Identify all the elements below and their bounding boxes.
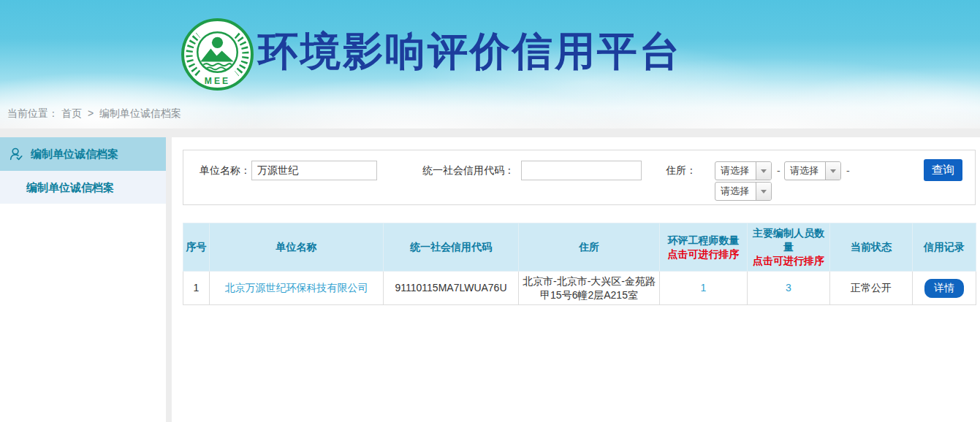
breadcrumb-prefix: 当前位置： [7, 107, 58, 119]
province-dropdown-button[interactable] [756, 162, 771, 180]
breadcrumb: 当前位置：首页 > 编制单位诚信档案 [7, 107, 184, 120]
col-header-index: 序号 [183, 223, 210, 272]
address-dash-2: - [846, 161, 850, 181]
table-header-row: 序号 单位名称 统一社会信用代码 住所 环评工程师数量 点击可进行排序 主要编制… [183, 223, 976, 272]
unit-name-input[interactable] [251, 161, 377, 180]
sidebar-subitem-credit-archive[interactable]: 编制单位诚信档案 [0, 171, 166, 204]
sidebar-item-label: 编制单位诚信档案 [31, 147, 118, 161]
page: MEE 环境影响评价信用平台 当前位置：首页 > 编制单位诚信档案 编制单位诚信… [0, 0, 980, 422]
mee-logo-icon: MEE [181, 18, 254, 91]
address-city-value: 请选择 [785, 162, 825, 180]
cell-address: 北京市-北京市-大兴区-金苑路甲15号6幢2层A215室 [519, 272, 660, 305]
engineer-count-sort-hint[interactable]: 点击可进行排序 [661, 248, 745, 261]
col-header-engineer-count[interactable]: 环评工程师数量 点击可进行排序 [660, 223, 748, 272]
chevron-down-icon [761, 169, 767, 173]
detail-button[interactable]: 详情 [924, 279, 964, 298]
cell-credit-code: 91110115MA7LWUA76U [384, 272, 519, 305]
sidebar: 编制单位诚信档案 编制单位诚信档案 [0, 137, 166, 422]
query-button[interactable]: 查询 [924, 159, 962, 181]
cell-index: 1 [183, 272, 210, 305]
address-district-value: 请选择 [715, 183, 756, 200]
chevron-down-icon [761, 190, 767, 193]
city-dropdown-button[interactable] [825, 162, 840, 180]
staff-count-sort-hint[interactable]: 点击可进行排序 [749, 254, 828, 268]
credit-code-label: 统一社会信用代码： [422, 161, 514, 180]
credit-code-input[interactable] [521, 161, 642, 180]
unit-name-link[interactable]: 北京万源世纪环保科技有限公司 [225, 282, 368, 294]
engineer-count-link[interactable]: 1 [701, 282, 707, 294]
chevron-down-icon [830, 169, 836, 173]
address-province-select[interactable]: 请选择 [715, 161, 772, 180]
cell-status: 正常公开 [830, 272, 913, 305]
district-dropdown-button[interactable] [756, 183, 771, 200]
mee-logo-text: MEE [205, 76, 230, 86]
site-title: 环境影响评价信用平台 [258, 25, 682, 79]
staff-count-link[interactable]: 3 [786, 282, 791, 294]
table-row: 1 北京万源世纪环保科技有限公司 91110115MA7LWUA76U 北京市-… [183, 272, 976, 305]
user-check-icon [8, 146, 24, 162]
col-header-credit-record: 信用记录 [913, 223, 976, 272]
address-label: 住所： [666, 161, 696, 180]
search-panel: 单位名称： 统一社会信用代码： 住所： 请选择 - 请选择 - 请选择 [183, 150, 976, 205]
content-area: 编制单位诚信档案 编制单位诚信档案 单位名称： 统一社会信用代码： 住所： 请选… [0, 128, 980, 422]
breadcrumb-separator: > [88, 107, 94, 119]
unit-name-label: 单位名称： [200, 161, 251, 180]
col-header-staff-count[interactable]: 主要编制人员数量 点击可进行排序 [748, 223, 830, 272]
address-province-value: 请选择 [715, 162, 756, 180]
results-table: 序号 单位名称 统一社会信用代码 住所 环评工程师数量 点击可进行排序 主要编制… [183, 223, 976, 305]
sidebar-item-credit-archive[interactable]: 编制单位诚信档案 [0, 137, 166, 171]
address-district-select[interactable]: 请选择 [715, 182, 772, 201]
col-header-unit-name: 单位名称 [210, 223, 384, 272]
col-header-address: 住所 [519, 223, 660, 272]
main-panel: 单位名称： 统一社会信用代码： 住所： 请选择 - 请选择 - 请选择 [172, 137, 980, 422]
staff-count-title: 主要编制人员数量 [749, 226, 828, 254]
col-header-status: 当前状态 [830, 223, 913, 272]
address-city-select[interactable]: 请选择 [784, 161, 841, 180]
header-banner: MEE 环境影响评价信用平台 当前位置：首页 > 编制单位诚信档案 [0, 0, 980, 128]
col-header-credit-code: 统一社会信用代码 [384, 223, 519, 272]
address-dash-1: - [777, 161, 780, 181]
breadcrumb-home-link[interactable]: 首页 [61, 107, 82, 119]
engineer-count-title: 环评工程师数量 [661, 234, 745, 248]
breadcrumb-current: 编制单位诚信档案 [99, 107, 181, 119]
